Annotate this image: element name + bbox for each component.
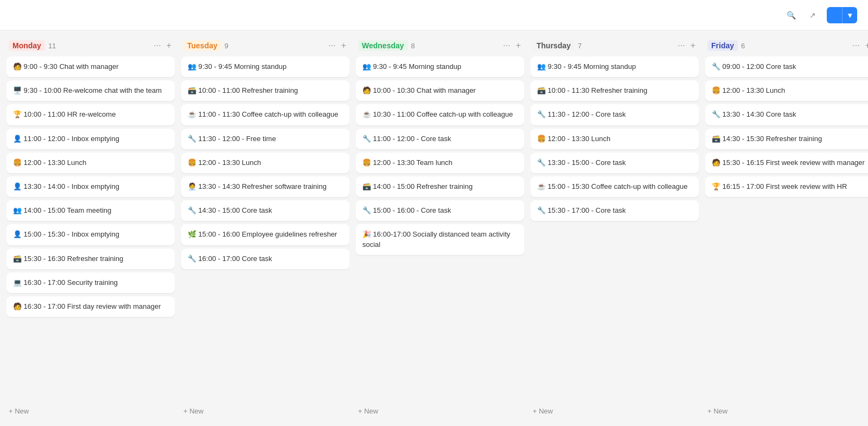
list-item[interactable]: 👥 9:30 - 9:45 Morning standup — [531, 56, 699, 77]
top-right-actions: 🔍 ↗ ▾ — [781, 7, 857, 23]
list-item[interactable]: 🧑‍💼 13:30 - 14:30 Refresher software tra… — [181, 176, 349, 197]
list-item[interactable]: 🧑 15:30 - 16:15 First week review with m… — [705, 152, 868, 173]
column-wednesday: Wednesday8···+👥 9:30 - 9:45 Morning stan… — [356, 37, 524, 419]
col-header-wednesday: Wednesday8···+ — [356, 37, 524, 56]
add-new-button-wednesday[interactable]: + New — [356, 403, 524, 419]
col-count-tuesday: 9 — [225, 42, 228, 50]
list-item[interactable]: 🏆 10:00 - 11:00 HR re-welcome — [7, 104, 175, 125]
list-item[interactable]: 🔧 11:30 - 12:00 - Free time — [181, 129, 349, 149]
cards-thursday: 👥 9:30 - 9:45 Morning standup🗃️ 10:00 - … — [531, 56, 699, 403]
new-button[interactable]: ▾ — [827, 7, 857, 23]
column-thursday: Thursday7···+👥 9:30 - 9:45 Morning stand… — [531, 37, 699, 419]
expand-icon: ↗ — [809, 11, 816, 20]
col-title-monday: Monday — [9, 40, 45, 51]
list-item[interactable]: 🍔 12:00 - 13:30 Lunch — [705, 80, 868, 101]
list-item[interactable]: 🔧 15:00 - 16:00 - Core task — [356, 200, 524, 221]
col-count-thursday: 7 — [578, 42, 582, 50]
list-item[interactable]: ☕ 10:30 - 11:00 Coffee catch-up with col… — [356, 104, 524, 125]
list-item[interactable]: 🧑 16:30 - 17:00 First day review with ma… — [7, 296, 175, 317]
list-item[interactable]: 👥 14:00 - 15:00 Team meeting — [7, 200, 175, 221]
col-actions-monday: ···+ — [152, 40, 173, 51]
list-item[interactable]: ☕ 15:00 - 15:30 Coffee catch-up with col… — [531, 176, 699, 197]
column-friday: Friday6···+🔧 09:00 - 12:00 Core task🍔 12… — [705, 37, 868, 419]
top-bar: 🔍 ↗ ▾ — [0, 0, 868, 30]
list-item[interactable]: 🧑 9:00 - 9:30 Chat with manager — [7, 56, 175, 77]
list-item[interactable]: 👤 11:00 - 12:00 - Inbox emptying — [7, 129, 175, 149]
list-item[interactable]: 🗃️ 14:30 - 15:30 Refresher training — [705, 129, 868, 149]
list-item[interactable]: 🎉 16:00-17:00 Socially distanced team ac… — [356, 224, 524, 255]
list-item[interactable]: 🔧 13:30 - 14:30 Core task — [705, 104, 868, 125]
new-button-label — [827, 11, 842, 19]
col-add-button-friday[interactable]: + — [864, 40, 868, 51]
col-title-tuesday: Tuesday — [183, 40, 221, 51]
col-title-friday: Friday — [707, 40, 738, 51]
col-header-monday: Monday11···+ — [7, 37, 175, 56]
list-item[interactable]: 🍔 12:00 - 13:30 Lunch — [531, 129, 699, 149]
col-actions-friday: ···+ — [851, 40, 868, 51]
col-count-monday: 11 — [48, 42, 56, 50]
cards-monday: 🧑 9:00 - 9:30 Chat with manager🖥️ 9:30 -… — [7, 56, 175, 403]
list-item[interactable]: 👥 9:30 - 9:45 Morning standup — [356, 56, 524, 77]
add-new-button-tuesday[interactable]: + New — [181, 403, 349, 419]
list-item[interactable]: 🔧 14:30 - 15:00 Core task — [181, 200, 349, 221]
col-add-button-tuesday[interactable]: + — [340, 40, 347, 51]
list-item[interactable]: 💻 16:30 - 17:00 Security training — [7, 272, 175, 293]
list-item[interactable]: 👤 15:00 - 15:30 - Inbox emptying — [7, 224, 175, 245]
search-button[interactable]: 🔍 — [781, 8, 804, 22]
col-actions-tuesday: ···+ — [327, 40, 347, 51]
col-title-thursday: Thursday — [533, 40, 575, 51]
list-item[interactable]: 🧑 10:00 - 10:30 Chat with manager — [356, 80, 524, 101]
list-item[interactable]: 🗃️ 10:00 - 11:30 Refresher training — [531, 80, 699, 101]
list-item[interactable]: 🔧 15:30 - 17:00 - Core task — [531, 200, 699, 221]
col-dots-button-wednesday[interactable]: ··· — [502, 40, 511, 51]
list-item[interactable]: 🗃️ 15:30 - 16:30 Refresher training — [7, 249, 175, 269]
new-button-arrow: ▾ — [842, 7, 857, 23]
list-item[interactable]: 🍔 12:00 - 13:30 Lunch — [181, 152, 349, 173]
col-count-wednesday: 8 — [411, 42, 415, 50]
list-item[interactable]: 🔧 11:30 - 12:00 - Core task — [531, 104, 699, 125]
list-item[interactable]: 🔧 09:00 - 12:00 Core task — [705, 56, 868, 77]
list-item[interactable]: 🍔 12:00 - 13:30 Lunch — [7, 152, 175, 173]
col-actions-thursday: ···+ — [676, 40, 697, 51]
list-item[interactable]: 🔧 13:30 - 15:00 - Core task — [531, 152, 699, 173]
cards-wednesday: 👥 9:30 - 9:45 Morning standup🧑 10:00 - 1… — [356, 56, 524, 403]
col-count-friday: 6 — [741, 42, 745, 50]
col-add-button-wednesday[interactable]: + — [515, 40, 522, 51]
list-item[interactable]: 👤 13:30 - 14:00 - Inbox emptying — [7, 176, 175, 197]
column-tuesday: Tuesday9···+👥 9:30 - 9:45 Morning standu… — [181, 37, 349, 419]
list-item[interactable]: 🏆 16:15 - 17:00 First week review with H… — [705, 176, 868, 197]
cards-friday: 🔧 09:00 - 12:00 Core task🍔 12:00 - 13:30… — [705, 56, 868, 403]
col-add-button-monday[interactable]: + — [165, 40, 173, 51]
list-item[interactable]: 🗃️ 14:00 - 15:00 Refresher training — [356, 176, 524, 197]
col-add-button-thursday[interactable]: + — [690, 40, 697, 51]
list-item[interactable]: 🍔 12:00 - 13:30 Team lunch — [356, 152, 524, 173]
list-item[interactable]: 👥 9:30 - 9:45 Morning standup — [181, 56, 349, 77]
search-icon: 🔍 — [787, 11, 796, 20]
list-item[interactable]: ☕ 11:00 - 11:30 Coffee catch-up with col… — [181, 104, 349, 125]
add-new-button-friday[interactable]: + New — [705, 403, 868, 419]
col-dots-button-monday[interactable]: ··· — [152, 40, 162, 51]
col-dots-button-friday[interactable]: ··· — [851, 40, 860, 51]
column-monday: Monday11···+🧑 9:00 - 9:30 Chat with mana… — [7, 37, 175, 419]
list-item[interactable]: 🌿 15:00 - 16:00 Employee guidelines refr… — [181, 224, 349, 245]
board: Monday11···+🧑 9:00 - 9:30 Chat with mana… — [0, 30, 868, 426]
col-title-wednesday: Wednesday — [358, 40, 408, 51]
cards-tuesday: 👥 9:30 - 9:45 Morning standup🗃️ 10:00 - … — [181, 56, 349, 403]
list-item[interactable]: 🔧 11:00 - 12:00 - Core task — [356, 129, 524, 149]
list-item[interactable]: 🖥️ 9:30 - 10:00 Re-welcome chat with the… — [7, 80, 175, 101]
col-dots-button-tuesday[interactable]: ··· — [327, 40, 336, 51]
add-new-button-thursday[interactable]: + New — [531, 403, 699, 419]
col-header-friday: Friday6···+ — [705, 37, 868, 56]
add-new-button-monday[interactable]: + New — [7, 403, 175, 419]
col-header-tuesday: Tuesday9···+ — [181, 37, 349, 56]
col-actions-wednesday: ···+ — [502, 40, 522, 51]
list-item[interactable]: 🗃️ 10:00 - 11:00 Refresher training — [181, 80, 349, 101]
list-item[interactable]: 🔧 16:00 - 17:00 Core task — [181, 249, 349, 269]
col-dots-button-thursday[interactable]: ··· — [676, 40, 686, 51]
col-header-thursday: Thursday7···+ — [531, 37, 699, 56]
